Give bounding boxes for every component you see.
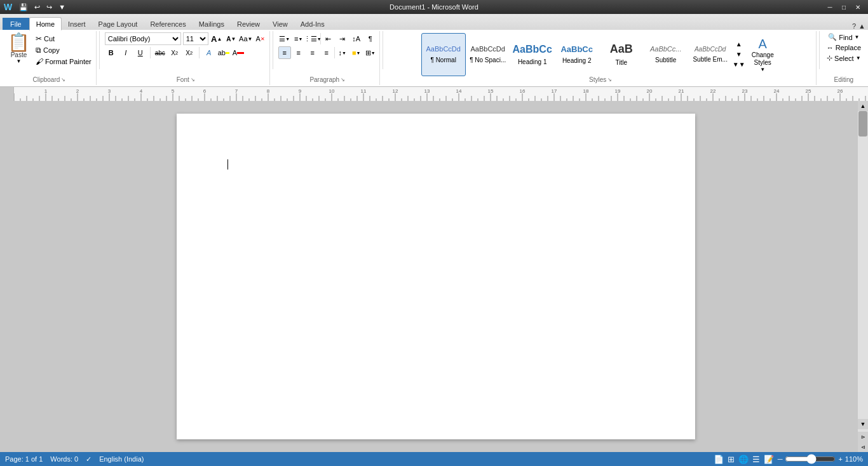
italic-btn[interactable]: I bbox=[119, 46, 132, 59]
align-left-btn[interactable]: ≡ bbox=[278, 46, 291, 59]
spell-check-icon[interactable]: ✓ bbox=[86, 455, 92, 463]
ribbon-toggle-btn[interactable]: ▲ bbox=[858, 22, 865, 30]
text-effects-btn[interactable]: A bbox=[203, 46, 215, 59]
paste-button[interactable]: 📋 Paste ▼ bbox=[5, 32, 32, 65]
svg-text:2: 2 bbox=[76, 88, 79, 94]
redo-qa-btn[interactable]: ↪ bbox=[44, 3, 54, 12]
normal-preview: AaBbCcDd bbox=[426, 45, 460, 53]
increase-indent-btn[interactable]: ⇥ bbox=[336, 32, 349, 45]
format-painter-button[interactable]: 🖌 Format Painter bbox=[34, 57, 93, 67]
numbering-btn[interactable]: ≡▼ bbox=[292, 32, 305, 45]
minimize-btn[interactable]: ─ bbox=[824, 2, 836, 12]
line-spacing-btn[interactable]: ↕▼ bbox=[336, 46, 349, 59]
font-color-btn[interactable]: A bbox=[232, 46, 245, 59]
grow-font-btn[interactable]: A▲ bbox=[210, 32, 223, 45]
replace-label: Replace bbox=[836, 44, 861, 51]
tab-home[interactable]: Home bbox=[29, 17, 62, 30]
undo-qa-btn[interactable]: ↩ bbox=[32, 3, 42, 12]
customize-qa-btn[interactable]: ▼ bbox=[57, 3, 67, 11]
subtitle-preview: AaBbCc... bbox=[650, 45, 682, 53]
zoom-slider[interactable] bbox=[785, 454, 836, 464]
replace-button[interactable]: ↔ Replace bbox=[825, 43, 863, 52]
bullets-btn[interactable]: ☰▼ bbox=[278, 32, 291, 45]
tab-page-layout[interactable]: Page Layout bbox=[92, 18, 144, 30]
page-info[interactable]: Page: 1 of 1 bbox=[5, 455, 43, 463]
style-heading1[interactable]: AaBbCc Heading 1 bbox=[510, 33, 555, 76]
scroll-thumb[interactable] bbox=[858, 111, 867, 136]
borders-btn[interactable]: ⊞▼ bbox=[364, 46, 377, 59]
tab-mailings[interactable]: Mailings bbox=[193, 18, 231, 30]
help-btn[interactable]: ? bbox=[852, 22, 856, 30]
align-right-btn[interactable]: ≡ bbox=[306, 46, 319, 59]
find-button[interactable]: 🔍 Find ▼ bbox=[826, 32, 861, 42]
select-button[interactable]: ⊹ Select ▼ bbox=[825, 53, 863, 63]
tab-references[interactable]: References bbox=[144, 18, 192, 30]
scroll-next-page-btn[interactable]: ⊲ bbox=[858, 442, 868, 452]
scroll-up-btn[interactable]: ▲ bbox=[858, 101, 868, 111]
document-page[interactable] bbox=[177, 114, 695, 439]
superscript-btn[interactable]: X2 bbox=[183, 46, 196, 59]
tab-insert[interactable]: Insert bbox=[62, 18, 92, 30]
bold-btn[interactable]: B bbox=[105, 46, 118, 59]
tab-view[interactable]: View bbox=[266, 18, 294, 30]
sort-icon: ↕A bbox=[352, 35, 360, 43]
document-scroll[interactable] bbox=[14, 101, 858, 452]
multilevel-list-btn[interactable]: ⋮☰▼ bbox=[306, 32, 319, 45]
decrease-indent-btn[interactable]: ⇤ bbox=[322, 32, 335, 45]
style-subtle-em[interactable]: AaBbCcDd Subtle Em... bbox=[688, 33, 733, 76]
scroll-prev-page-btn[interactable]: ⊳ bbox=[858, 432, 868, 442]
style-no-spacing[interactable]: AaBbCcDd ¶ No Spaci... bbox=[466, 33, 510, 76]
subscript-btn[interactable]: X2 bbox=[168, 46, 181, 59]
clipboard-expand-btn[interactable]: ↘ bbox=[61, 77, 65, 83]
style-title[interactable]: AaB Title bbox=[599, 33, 644, 76]
scroll-track[interactable] bbox=[858, 111, 868, 419]
font-name-select[interactable]: Calibri (Body) bbox=[105, 32, 181, 45]
styles-scroll-down[interactable]: ▼ bbox=[734, 50, 744, 60]
view-web-btn[interactable]: 🌐 bbox=[738, 455, 749, 464]
word-count[interactable]: Words: 0 bbox=[50, 455, 78, 463]
style-subtitle[interactable]: AaBbCc... Subtitle bbox=[644, 33, 688, 76]
justify-btn[interactable]: ≡ bbox=[320, 46, 333, 59]
svg-text:14: 14 bbox=[456, 88, 462, 94]
tab-file[interactable]: File bbox=[3, 18, 29, 30]
save-qa-btn[interactable]: 💾 bbox=[17, 3, 30, 12]
change-case-btn[interactable]: Aa▼ bbox=[240, 32, 252, 45]
restore-btn[interactable]: □ bbox=[837, 2, 850, 12]
highlight-btn[interactable]: ab bbox=[217, 46, 230, 59]
strikethrough-btn[interactable]: abc bbox=[154, 46, 166, 59]
cut-button[interactable]: ✂ Cut bbox=[34, 34, 93, 44]
language-indicator[interactable]: English (India) bbox=[99, 455, 144, 463]
show-marks-btn[interactable]: ¶ bbox=[364, 32, 377, 45]
zoom-level[interactable]: 110% bbox=[845, 455, 863, 463]
view-draft-btn[interactable]: 📝 bbox=[764, 455, 774, 464]
zoom-in-btn[interactable]: + bbox=[838, 455, 842, 463]
underline-btn[interactable]: U bbox=[134, 46, 147, 59]
change-styles-button[interactable]: A ChangeStyles ▼ bbox=[745, 34, 780, 75]
highlight-icon: ab bbox=[218, 49, 226, 57]
styles-open-btn[interactable]: ▼▼ bbox=[734, 60, 744, 70]
close-btn[interactable]: ✕ bbox=[851, 2, 864, 12]
styles-expand-btn[interactable]: ↘ bbox=[607, 77, 612, 83]
tab-addins[interactable]: Add-Ins bbox=[294, 18, 331, 30]
view-full-screen-btn[interactable]: ⊞ bbox=[728, 455, 735, 464]
align-center-btn[interactable]: ≡ bbox=[292, 46, 305, 59]
zoom-out-btn[interactable]: ─ bbox=[778, 455, 783, 463]
font-size-select[interactable]: 11 bbox=[183, 32, 208, 45]
sort-btn[interactable]: ↕A bbox=[350, 32, 363, 45]
style-normal[interactable]: AaBbCcDd ¶ Normal bbox=[421, 33, 466, 76]
paragraph-expand-btn[interactable]: ↘ bbox=[341, 77, 345, 83]
tab-review[interactable]: Review bbox=[231, 18, 266, 30]
svg-text:5: 5 bbox=[172, 88, 175, 94]
clear-format-btn[interactable]: A✕ bbox=[254, 32, 267, 45]
style-heading2[interactable]: AaBbCc Heading 2 bbox=[555, 33, 599, 76]
view-outline-btn[interactable]: ☰ bbox=[752, 455, 760, 464]
paste-icon: 📋 bbox=[8, 34, 30, 51]
copy-button[interactable]: ⧉ Copy bbox=[34, 45, 93, 55]
scroll-down-btn[interactable]: ▼ bbox=[858, 419, 868, 429]
font-expand-btn[interactable]: ↘ bbox=[191, 77, 195, 83]
view-normal-btn[interactable]: 📄 bbox=[714, 455, 724, 464]
styles-list: AaBbCcDd ¶ Normal AaBbCcDd ¶ No Spaci...… bbox=[421, 33, 733, 76]
shading-btn[interactable]: ■▼ bbox=[350, 46, 363, 59]
styles-scroll-up[interactable]: ▲ bbox=[734, 39, 744, 50]
shrink-font-btn[interactable]: A▼ bbox=[225, 32, 238, 45]
